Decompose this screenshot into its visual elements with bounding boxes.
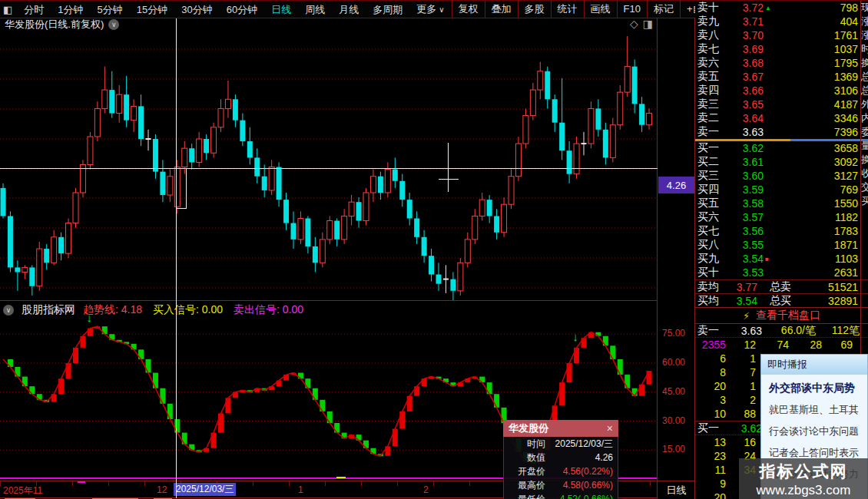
sell-arrow-icon: ↓ bbox=[573, 330, 579, 343]
level-mark-icon: ▲ bbox=[764, 5, 773, 12]
period-tab-分时[interactable]: 分时 bbox=[17, 2, 51, 18]
period-tab-多周期[interactable]: 多周期 bbox=[366, 2, 409, 18]
queue-cell: 3 bbox=[695, 393, 726, 407]
level-volume: 4187 bbox=[773, 98, 866, 111]
bid-row[interactable]: 买九3.54■1103 bbox=[695, 252, 868, 266]
signal-mark-yellow bbox=[336, 477, 346, 478]
popup-row-label: 开盘价 bbox=[509, 464, 545, 478]
period-tab-更多[interactable]: 更多∨ bbox=[409, 1, 451, 18]
level-price: 3.62 bbox=[724, 142, 764, 154]
popup-row-value: 4.52(-0.66%) bbox=[545, 492, 613, 499]
menu-item-复权[interactable]: 复权 bbox=[452, 1, 485, 18]
popup-header: 华发股份 × bbox=[503, 420, 618, 437]
bid-row[interactable]: 买一3.623658 bbox=[695, 141, 868, 155]
level-volume: 1871 bbox=[773, 239, 866, 251]
bid-row[interactable]: 买五3.581550 bbox=[695, 197, 868, 210]
level-volume: 2631 bbox=[773, 266, 866, 279]
news-headline[interactable]: 外交部谈中东局势 bbox=[769, 382, 867, 395]
ask-row[interactable]: 卖五3.671369 bbox=[695, 70, 868, 84]
menu-item-多股[interactable]: 多股 bbox=[518, 1, 551, 18]
queue-cell: 13 bbox=[695, 435, 726, 449]
sell1-detail-row: 卖一 3.63 66.0/笔 112笔 bbox=[695, 324, 868, 338]
menu-item-画线[interactable]: 画线 bbox=[584, 1, 617, 18]
period-tab-60分钟[interactable]: 60分钟 bbox=[220, 2, 264, 18]
period-tab-1分钟[interactable]: 1分钟 bbox=[51, 2, 90, 18]
level-label: 买八 bbox=[697, 238, 724, 252]
period-tab-5分钟[interactable]: 5分钟 bbox=[91, 2, 130, 18]
news-panel-header[interactable]: 即时播报 bbox=[761, 355, 867, 375]
period-tab-月线[interactable]: 月线 bbox=[332, 2, 366, 18]
popup-row-value: 4.26 bbox=[545, 451, 613, 464]
period-tab-15分钟[interactable]: 15分钟 bbox=[130, 2, 174, 18]
queue-cell: 69 bbox=[822, 338, 853, 352]
level-label: 买一 bbox=[697, 141, 724, 155]
ask-row[interactable]: 卖六3.681795 bbox=[695, 56, 868, 70]
bid-row[interactable]: 买六3.571182 bbox=[695, 210, 868, 224]
bid-row[interactable]: 买七3.561783 bbox=[695, 224, 868, 238]
period-label: 日线 bbox=[658, 481, 695, 499]
level-price: 3.63 bbox=[724, 126, 764, 138]
indicator-stat: 趋势线: 4.18 bbox=[83, 303, 142, 317]
collapse-chevron-icon[interactable]: ∨ bbox=[3, 305, 14, 316]
summary-row: 买均3.54总买32891 bbox=[695, 293, 868, 307]
level-volume: 1795 bbox=[773, 57, 866, 69]
period-tab-周线[interactable]: 周线 bbox=[298, 2, 332, 18]
diamond-icon[interactable]: ◇ bbox=[630, 18, 638, 30]
ask-row[interactable]: 卖九3.71404 bbox=[695, 15, 868, 28]
y-tick-label: 30.00 bbox=[662, 415, 685, 426]
level-label: 卖三 bbox=[697, 97, 724, 111]
period-tab-30分钟[interactable]: 30分钟 bbox=[174, 2, 219, 18]
app-window: ◧ 分时1分钟5分钟15分钟30分钟60分钟日线周线月线多周期更多∨ 复权叠加多… bbox=[0, 0, 868, 499]
period-tab-日线[interactable]: 日线 bbox=[264, 2, 298, 18]
chevron-down-icon[interactable]: ∨ bbox=[108, 19, 119, 30]
bid-levels: 买一3.623658买二3.613092买三3.603127买四3.59769买… bbox=[695, 141, 868, 279]
level-volume: 1037 bbox=[773, 43, 866, 55]
deep-quote-link[interactable]: ⚡ 查看千档盘口 bbox=[695, 307, 868, 324]
queue-cell: 1 bbox=[726, 379, 756, 393]
chevron-down-icon: ∨ bbox=[439, 5, 444, 14]
queue-cell: 10 bbox=[695, 407, 726, 421]
level-price: 3.71 bbox=[724, 15, 764, 28]
menubar: ◧ 分时1分钟5分钟15分钟30分钟60分钟日线周线月线多周期更多∨ 复权叠加多… bbox=[0, 1, 695, 18]
close-icon[interactable]: × bbox=[607, 422, 613, 435]
level-volume: 7396 bbox=[773, 126, 866, 138]
titlebar: 华发股份(日线.前复权) ∨ bbox=[0, 18, 695, 31]
bid-row[interactable]: 买三3.603127 bbox=[695, 169, 868, 183]
level-volume: 1103 bbox=[773, 253, 866, 265]
summary-label: 买均 bbox=[697, 294, 724, 308]
level-label: 卖七 bbox=[697, 42, 724, 56]
popup-row-label: 最低价 bbox=[509, 492, 545, 499]
menu-item-标记[interactable]: 标记 bbox=[647, 1, 680, 18]
queue-cell: 1 bbox=[726, 352, 756, 365]
ask-row[interactable]: 卖三3.654187 bbox=[695, 97, 868, 111]
summary-row: 卖均3.77总卖51521 bbox=[695, 279, 868, 293]
bid-row[interactable]: 买十3.532631 bbox=[695, 266, 868, 279]
menu-item-叠加[interactable]: 叠加 bbox=[485, 1, 518, 18]
bid-row[interactable]: 买八3.551871 bbox=[695, 238, 868, 252]
main-candlestick-chart[interactable] bbox=[0, 31, 657, 300]
menu-item-F10[interactable]: F10 bbox=[617, 1, 647, 18]
queue-cell: 9 bbox=[695, 477, 726, 491]
indicator-header: ∨ 股朋指标网 趋势线: 4.18买入信号: 0.00卖出信号: 0.00 bbox=[3, 303, 303, 317]
level-label: 卖四 bbox=[697, 84, 724, 97]
ask-row[interactable]: 卖一3.637396 bbox=[695, 125, 868, 139]
ask-row[interactable]: 卖四3.663106 bbox=[695, 84, 868, 97]
level-volume: 1369 bbox=[773, 71, 866, 83]
level-price: 3.67 bbox=[724, 71, 764, 83]
layout-split-icon[interactable]: ◧ bbox=[3, 4, 12, 15]
mouse-crosshair bbox=[448, 143, 449, 192]
crosshair-step bbox=[186, 168, 187, 209]
indicator-stat: 卖出信号: 0.00 bbox=[234, 303, 303, 317]
level-price: 3.53 bbox=[724, 266, 764, 279]
ask-row[interactable]: 卖十3.72▲798 bbox=[695, 1, 868, 15]
ask-row[interactable]: 卖七3.691037 bbox=[695, 42, 868, 56]
bid-row[interactable]: 买二3.613092 bbox=[695, 155, 868, 169]
ask-row[interactable]: 卖二3.643346 bbox=[695, 111, 868, 125]
half-square-icon[interactable]: ◨ bbox=[643, 18, 653, 30]
indicator-stat: 买入信号: 0.00 bbox=[153, 303, 223, 317]
menu-item-统计[interactable]: 统计 bbox=[551, 1, 584, 18]
ask-row[interactable]: 卖八3.701761 bbox=[695, 28, 868, 42]
y-tick-label: 75.00 bbox=[662, 328, 685, 339]
summary-label: 总买 bbox=[757, 294, 791, 308]
bid-row[interactable]: 买四3.59769 bbox=[695, 183, 868, 197]
